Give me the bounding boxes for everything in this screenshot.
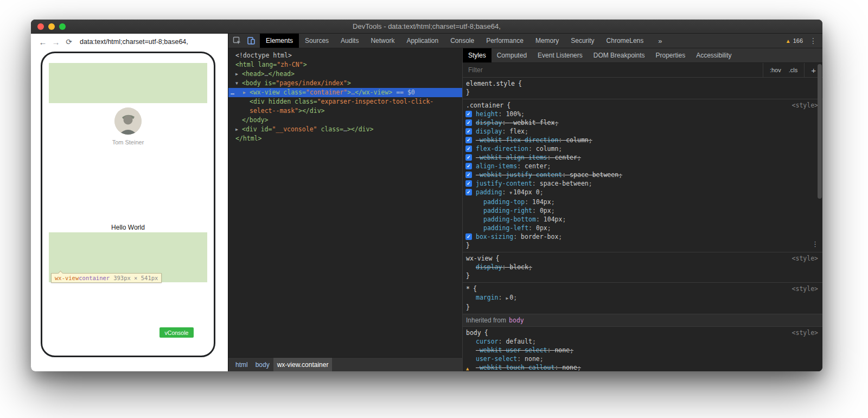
sidebar-tab[interactable]: Accessibility — [691, 48, 737, 62]
element-style-selector[interactable]: element.style{ — [463, 79, 822, 88]
panel-tab[interactable]: Performance — [480, 34, 529, 48]
console-warning-badge[interactable]: ▲ 166 — [786, 37, 803, 44]
dom-node-head[interactable]: ▶<head>…</head> — [228, 69, 462, 79]
breadcrumb-item[interactable]: wx-view.container — [273, 358, 333, 371]
class-toggle[interactable]: .cls — [789, 67, 798, 73]
css-property-row[interactable]: ▲ -webkit-touch-callout: none; — [463, 363, 822, 371]
property-checkbox[interactable] — [465, 172, 472, 178]
panel-tab[interactable]: Elements — [260, 34, 299, 48]
dom-node-body-open[interactable]: ▼<body is="pages/index/index"> — [228, 79, 462, 88]
panel-tab[interactable]: Sources — [299, 34, 335, 48]
panel-tab[interactable]: ChromeLens — [601, 34, 650, 48]
style-origin-link[interactable]: <style> — [792, 101, 818, 110]
sidebar-tab[interactable]: Properties — [650, 48, 691, 62]
device-toolbar-icon[interactable] — [244, 34, 258, 48]
property-checkbox[interactable] — [465, 233, 472, 240]
expand-icon[interactable]: ▶ — [235, 69, 238, 79]
pseudo-class-toggle[interactable]: :hov — [770, 67, 781, 73]
titlebar[interactable]: DevTools - data:text/html;charset=utf-8;… — [31, 20, 822, 34]
css-longhand-row[interactable]: padding-bottom: 104px; — [463, 215, 822, 224]
dom-node-vconsole-div[interactable]: ▶<div id="__vconsole" class=…></div> — [228, 125, 462, 134]
expand-icon[interactable]: ▶ — [235, 125, 238, 134]
styles-scrollbar[interactable] — [818, 64, 822, 199]
css-property-row-box-sizing[interactable]: box-sizing: border-box; — [463, 232, 822, 241]
css-property-row[interactable]: ▲ cursor: default; — [463, 337, 822, 346]
device-screen[interactable]: Tom Steiner Hello World wx-viewcontainer… — [49, 63, 207, 346]
css-property-row[interactable]: align-items: center; — [463, 162, 822, 170]
expand-longhand-icon[interactable]: ▶ — [506, 296, 508, 301]
back-icon[interactable]: ← — [36, 37, 49, 47]
property-checkbox[interactable] — [465, 163, 472, 169]
zoom-window-button[interactable] — [59, 23, 66, 30]
rule-selector[interactable]: *{<style> — [463, 284, 822, 293]
css-property-row[interactable]: display: -webkit-flex; — [463, 118, 822, 127]
css-property-row[interactable]: justify-content: space-between; — [463, 179, 822, 188]
property-checkbox[interactable] — [465, 189, 472, 195]
css-property-row-padding[interactable]: padding: ▼104px 0; — [463, 188, 822, 198]
css-property-row[interactable]: ▲ -webkit-user-select: none; — [463, 346, 822, 354]
dom-node-mask-div[interactable]: <div hidden class="exparser-inspector-to… — [228, 97, 462, 106]
style-origin-link[interactable]: <style> — [792, 328, 818, 337]
styles-filter-input[interactable] — [463, 63, 763, 77]
breadcrumb-item[interactable]: body — [252, 358, 273, 371]
dom-node-body-close[interactable]: </body> — [228, 116, 462, 125]
sidebar-tab[interactable]: DOM Breakpoints — [588, 48, 650, 62]
css-property-row[interactable]: height: 100%; — [463, 110, 822, 118]
property-checkbox[interactable] — [465, 111, 472, 117]
rule-options-icon[interactable]: ⋮ — [812, 240, 819, 249]
css-property-row[interactable]: -webkit-flex-direction: column; — [463, 136, 822, 144]
property-checkbox[interactable] — [465, 137, 472, 143]
css-property-row[interactable]: display: flex; — [463, 127, 822, 136]
dom-node-wx-view-selected[interactable]: …▶<wx-view class="container">…</wx-view>… — [228, 88, 462, 97]
sidebar-tab[interactable]: Styles — [463, 48, 492, 62]
property-checkbox[interactable] — [465, 128, 472, 135]
panel-tab[interactable]: Application — [400, 34, 444, 48]
property-checkbox[interactable] — [465, 145, 472, 152]
css-longhand-row[interactable]: padding-right: 0px; — [463, 206, 822, 215]
vconsole-button[interactable]: vConsole — [159, 327, 194, 338]
dom-node-doctype[interactable]: <!doctype html> — [228, 51, 462, 60]
css-property-row[interactable]: display: block; — [463, 263, 822, 271]
inherited-node-link[interactable]: body — [509, 316, 524, 324]
css-longhand-row[interactable]: padding-left: 0px; — [463, 224, 822, 232]
devtools-toolbar: Elements Sources Audits Network Applicat… — [228, 34, 822, 48]
devtools-menu-icon[interactable]: ⋮ — [809, 36, 817, 45]
minimize-window-button[interactable] — [48, 23, 55, 30]
overflow-ellipsis-icon[interactable]: … — [231, 88, 234, 97]
inspect-icon[interactable] — [230, 34, 244, 48]
property-checkbox[interactable] — [465, 180, 472, 187]
dom-node-html-close[interactable]: </html> — [228, 134, 462, 143]
panel-tab[interactable]: Console — [444, 34, 480, 48]
css-property-row[interactable]: ▲ user-select: none; — [463, 354, 822, 363]
collapse-longhand-icon[interactable]: ▼ — [509, 191, 512, 195]
style-origin-link[interactable]: <style> — [792, 254, 818, 263]
sidebar-tab[interactable]: Event Listeners — [532, 48, 588, 62]
devtools-region: Elements Sources Audits Network Applicat… — [228, 34, 822, 371]
panel-tab[interactable]: Network — [365, 34, 400, 48]
forward-icon[interactable]: → — [49, 37, 62, 47]
panel-tab[interactable]: Security — [565, 34, 600, 48]
breadcrumb-item[interactable]: html — [232, 358, 252, 371]
panel-tab[interactable]: Audits — [335, 34, 365, 48]
panel-tab[interactable]: Memory — [529, 34, 565, 48]
css-longhand-row[interactable]: padding-top: 104px; — [463, 198, 822, 206]
css-property-row[interactable]: -webkit-justify-content: space-between; — [463, 170, 822, 179]
property-checkbox[interactable] — [465, 119, 472, 126]
rule-selector[interactable]: wx-view{<style> — [463, 254, 822, 263]
css-property-row[interactable]: flex-direction: column; — [463, 144, 822, 153]
sidebar-tab[interactable]: Computed — [492, 48, 532, 62]
css-property-row-margin[interactable]: margin: ▶0; — [463, 293, 822, 303]
rule-selector[interactable]: body{<style> — [463, 328, 822, 337]
css-property-row[interactable]: -webkit-align-items: center; — [463, 153, 822, 162]
close-window-button[interactable] — [37, 23, 44, 30]
address-url[interactable]: data:text/html;charset=utf-8;base64, — [80, 38, 188, 46]
more-tabs-icon[interactable]: » — [658, 34, 662, 48]
dom-node-html-open[interactable]: <html lang="zh-CN"> — [228, 60, 462, 69]
collapse-icon[interactable]: ▼ — [235, 79, 238, 88]
property-checkbox[interactable] — [465, 154, 472, 161]
expand-icon[interactable]: ▶ — [243, 88, 246, 97]
dom-node-mask-div-wrap[interactable]: select--mask"></div> — [228, 106, 462, 116]
rule-selector[interactable]: .container{<style> — [463, 101, 822, 110]
reload-icon[interactable]: ⟳ — [62, 37, 75, 46]
style-origin-link[interactable]: <style> — [792, 284, 818, 293]
